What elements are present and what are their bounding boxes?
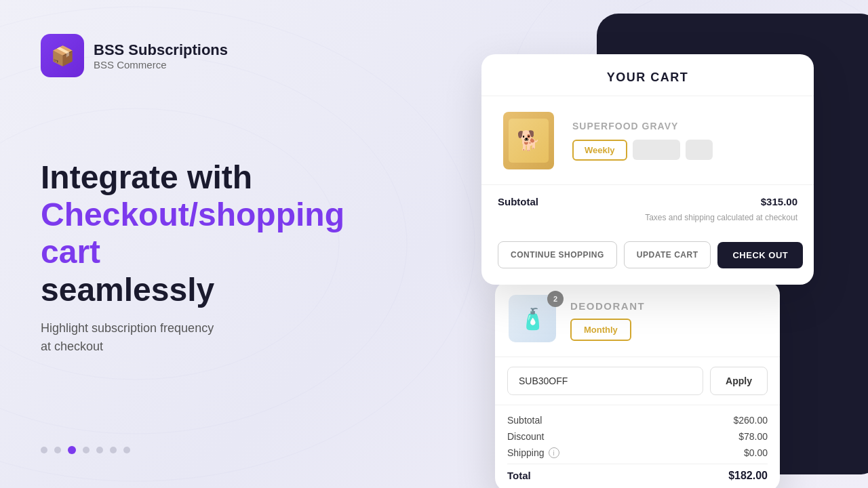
coupon-input[interactable] [507,367,703,395]
second-card: 2 🧴 DEODORANT Monthly Apply Subtotal $26… [495,281,780,488]
frequency-weekly-btn[interactable]: Weekly [572,140,627,161]
hero-text: Integrate with Checkout/shopping cart se… [41,159,393,446]
dot-6[interactable] [110,447,117,453]
logo-subtitle: BSS Commerce [94,59,228,70]
total-final-row: Total $182.00 [507,464,768,482]
discount-row-label: Discount [507,431,544,442]
hero-line3: seamlessly [41,272,214,308]
dot-5[interactable] [96,447,103,453]
hero-title: Integrate with Checkout/shopping cart se… [41,159,393,308]
item-details: SUPERFOOD GRAVY Weekly [572,121,797,161]
logo-area: 📦 BSS Subscriptions BSS Commerce [41,34,393,77]
subtotal-value: $315.00 [761,196,797,207]
right-panel: YOUR CART SUPERFOOD GRAVY Weekly Subtota… [434,0,868,488]
logo-title: BSS Subscriptions [94,41,228,59]
update-cart-button[interactable]: UPDATE CART [624,241,711,268]
logo-text: BSS Subscriptions BSS Commerce [94,41,228,70]
dot-4[interactable] [83,447,90,453]
subtotal-row-value: $260.00 [733,415,768,426]
cart-subtotal-row: Subtotal $315.00 [481,185,814,213]
item-name: SUPERFOOD GRAVY [572,121,797,131]
logo-emoji: 📦 [51,45,75,67]
cart-card: YOUR CART SUPERFOOD GRAVY Weekly Subtota… [481,54,814,285]
continue-shopping-button[interactable]: CONTINUE SHOPPING [498,241,617,268]
totals-section: Subtotal $260.00 Discount $78.00 Shippin… [495,405,780,488]
hero-line1: Integrate with [41,159,252,195]
frequency-monthly-btn[interactable]: Monthly [570,319,631,341]
frequency-pill-2 [633,140,680,160]
frequency-pill-3 [686,140,713,160]
dot-1[interactable] [41,447,47,453]
deodorant-details: DEODORANT Monthly [570,300,645,341]
shipping-row: Shipping i $0.00 [507,447,768,458]
subtotal-label: Subtotal [498,196,538,207]
hero-subtitle: Highlight subscription frequencyat check… [41,319,393,356]
subtotal-row-label: Subtotal [507,415,542,426]
shipping-row-label: Shipping [507,447,545,458]
food-bag-image [503,112,554,169]
deodorant-image-wrap: 2 🧴 [509,295,559,346]
hero-line2: Checkout/shopping cart [41,197,344,270]
frequency-buttons: Weekly [572,140,797,161]
logo-icon: 📦 [41,34,84,77]
item-image [498,110,559,171]
cart-actions: CONTINUE SHOPPING UPDATE CART CHECK OUT [481,233,814,285]
deodorant-name: DEODORANT [570,300,645,312]
dot-3-active[interactable] [68,446,76,454]
tax-note: Taxes and shipping calculated at checkou… [481,213,814,233]
item-badge: 2 [547,291,564,307]
apply-coupon-button[interactable]: Apply [710,367,768,395]
total-final-label: Total [507,470,531,482]
deodorant-item: 2 🧴 DEODORANT Monthly [495,281,780,357]
shipping-row-value: $0.00 [744,447,768,458]
coupon-section: Apply [495,357,780,405]
cart-item: SUPERFOOD GRAVY Weekly [481,96,814,185]
dot-7[interactable] [123,447,130,453]
total-final-value: $182.00 [728,470,768,482]
subtotal-row: Subtotal $260.00 [507,415,768,426]
discount-row: Discount $78.00 [507,431,768,442]
left-panel: 📦 BSS Subscriptions BSS Commerce Integra… [0,0,434,488]
dot-2[interactable] [54,447,61,453]
pagination-dots [41,446,393,454]
shipping-info-icon[interactable]: i [549,447,559,458]
cart-title: YOUR CART [481,54,814,96]
shipping-label-wrap: Shipping i [507,447,559,458]
checkout-button[interactable]: CHECK OUT [717,242,803,268]
discount-row-value: $78.00 [738,431,768,442]
